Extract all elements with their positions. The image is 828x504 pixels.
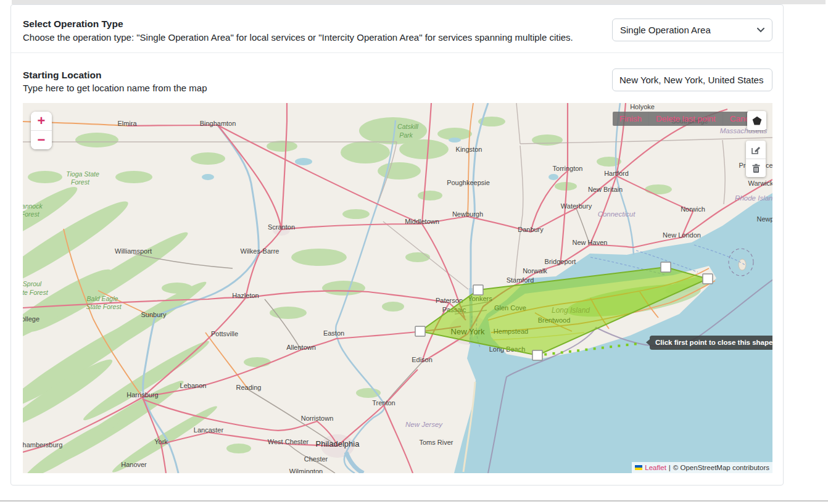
map-label: Chester — [304, 455, 328, 463]
map-label: State Forest — [86, 303, 122, 310]
map-label: Trenton — [372, 399, 395, 407]
map-label: Newport — [757, 215, 772, 223]
map-label: Warwick — [748, 180, 772, 187]
map-label: Lancaster — [194, 426, 224, 434]
map-label: State Forest — [23, 289, 49, 296]
page-bottom-rule — [0, 500, 828, 502]
map-label: Connecticut — [598, 210, 636, 218]
map-label: New Jersey — [405, 421, 443, 428]
delete-layers-button[interactable] — [746, 159, 766, 177]
map-label: Allentown — [286, 344, 316, 351]
map-label: New Haven — [573, 239, 608, 246]
map-attribution: Leaflet | © OpenStreetMap contributors — [632, 462, 772, 473]
map-label: Williamsport — [115, 247, 152, 255]
map-label: Lebanon — [180, 382, 207, 389]
edit-layers-button[interactable] — [746, 141, 766, 159]
map-label: Toms River — [419, 439, 453, 446]
map-label: Newburgh — [452, 210, 483, 218]
map-label: Wilkes-Barre — [241, 247, 279, 255]
map-label: Bridgeport — [545, 258, 576, 265]
guide-dot — [577, 349, 579, 352]
map-label: Holyoke — [630, 103, 655, 110]
operation-type-selected-value: Single Operation Area — [620, 25, 711, 35]
guide-dot — [602, 347, 604, 349]
map-label: Binghamton — [200, 120, 236, 127]
zoom-control: + − — [31, 112, 52, 149]
guide-dot — [569, 350, 571, 353]
map-label: State Forest — [23, 210, 40, 218]
guide-dot — [594, 347, 596, 350]
leaflet-link[interactable]: Leaflet — [645, 462, 666, 473]
vertex-marker[interactable] — [532, 350, 542, 360]
map-label: State College — [23, 315, 39, 323]
delete-last-point-button[interactable]: Delete last point — [649, 112, 723, 126]
map-label: Norristown — [301, 415, 334, 422]
vertex-marker[interactable] — [473, 285, 483, 295]
guide-dot — [634, 343, 637, 345]
map-label: Sproul — [23, 280, 42, 287]
map-label: Reading — [236, 384, 262, 391]
map-label: Middletown — [405, 218, 439, 225]
draw-action-bar: Finish Delete last point Cancel — [613, 112, 763, 126]
operation-type-label: Select Operation Type — [23, 19, 123, 30]
vertex-marker[interactable] — [415, 326, 425, 336]
basemap: ElmiraBinghamtonHolyokeSouthbridgeMassac… — [23, 103, 772, 473]
map-label: Torrington — [553, 165, 583, 172]
zoom-out-button[interactable]: − — [31, 131, 52, 149]
starting-location-label: Starting Location — [23, 70, 101, 81]
map-label: Hartford — [604, 170, 629, 177]
map-label: Easton — [323, 329, 344, 337]
chevron-down-icon — [757, 28, 764, 33]
ukraine-flag-icon — [635, 465, 642, 470]
vertex-marker[interactable] — [661, 262, 671, 272]
edit-pencil-icon — [751, 145, 761, 155]
vertex-marker[interactable] — [703, 274, 713, 284]
map-label: Stamford — [507, 276, 534, 284]
section-divider — [11, 52, 783, 53]
map-label: Scranton — [268, 223, 295, 231]
map-label: Danbury — [518, 226, 544, 233]
operation-type-description: Choose the operation type: "Single Opera… — [23, 32, 573, 43]
map-label: Hazleton — [232, 292, 259, 299]
map-label: Susquehannock — [23, 202, 43, 210]
guide-dot — [618, 345, 620, 347]
operation-area-card: Select Operation Type Choose the operati… — [10, 4, 784, 485]
polygon-tool-button[interactable] — [747, 111, 766, 130]
map-label: Chambersburg — [23, 441, 62, 448]
map-label: Sunbury — [141, 311, 167, 318]
map-label: Harrisburg — [126, 391, 158, 399]
map-label: Park — [399, 131, 413, 139]
starting-location-input[interactable] — [612, 68, 772, 91]
map-label: Forest — [71, 178, 90, 186]
starting-location-description: Type here to get location name from the … — [23, 83, 207, 93]
map-label: York — [154, 438, 168, 445]
guide-dot — [626, 344, 629, 346]
map-label: Edison — [412, 356, 433, 363]
map-label: Poughkeepsie — [447, 179, 490, 186]
finish-button[interactable]: Finish — [613, 112, 649, 126]
top-divider-strip — [12, 0, 826, 4]
map-label: Norwalk — [523, 267, 547, 275]
pentagon-icon — [750, 114, 764, 128]
osm-attribution: © OpenStreetMap contributors — [673, 462, 769, 473]
map-label: Pottsville — [211, 330, 238, 337]
guide-dot — [585, 349, 587, 351]
map-label: West Chester — [268, 438, 309, 445]
map-label: Tioga State — [66, 170, 99, 178]
map[interactable]: ElmiraBinghamtonHolyokeSouthbridgeMassac… — [23, 103, 772, 473]
attribution-separator: | — [669, 462, 671, 473]
guide-dot — [561, 351, 563, 353]
draw-tooltip: Click first point to close this shape. — [650, 336, 772, 350]
zoom-in-button[interactable]: + — [31, 112, 52, 131]
map-label: Waterbury — [561, 202, 592, 210]
map-label: Catskill — [397, 123, 419, 130]
map-label: New Britain — [588, 186, 623, 193]
guide-dot — [544, 353, 547, 355]
map-label: New London — [663, 231, 701, 239]
operation-type-select[interactable]: Single Operation Area — [612, 19, 772, 41]
map-label: Philadelphia — [316, 439, 360, 448]
edit-tools-group — [746, 141, 766, 177]
map-label: Norwich — [681, 205, 705, 213]
map-label: Wilmington — [289, 468, 323, 473]
map-label: Elmira — [117, 120, 137, 127]
